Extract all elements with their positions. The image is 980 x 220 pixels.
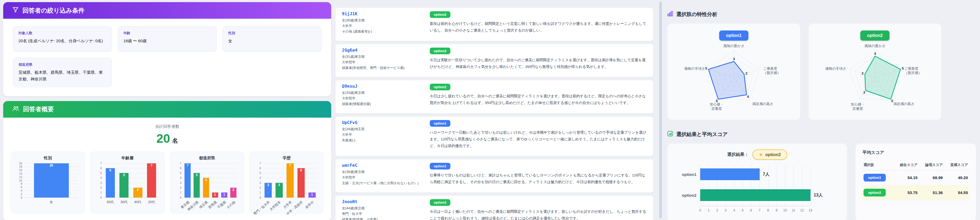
filter-label: 性別 [228,31,316,36]
option1-pill: option1 [719,30,749,41]
prefecture-chart: 都道府県 01234567754112東京都神奈川県埼玉県群馬県千葉県その他 [170,152,244,214]
y-axis-tick: 1 [100,191,102,194]
radar-row: option1 32455風味の豊かさご褒美度（贅沢感）満足感の高さ安心感・定番… [667,23,977,120]
score-value-cell: 54.15 [894,170,919,185]
bar-value-label: 20 [34,164,69,167]
bar-chart-icon [667,11,673,18]
y-axis-tick: 1 [259,191,261,194]
y-axis-tick: 5 [180,171,181,174]
respondent-info-line: 大学卒 [342,132,422,138]
option-pill: option2 [864,189,886,196]
respondent-id-link[interactable]: 9ijJ1K [342,11,358,16]
chart-title: 性別 [14,155,81,161]
result-chart-card: 選択結果： ★ option2 012345678910111213option… [667,143,847,220]
chart-title: 都道府県 [173,155,241,161]
respondent-info-line: 就業者(学術研究、専門・技術サービス業) [342,65,422,71]
filter-grid: 対象人数 20名 (生成ペルソナ: 20名、分身ペルソナ: 0名) 年齢 18歳… [3,19,331,96]
y-axis-tick: 6 [259,166,261,170]
score-table-title: 平均スコア [862,150,969,155]
filter-box-prefecture: 都道府県 茨城県、栃木県、群馬県、埼玉県、千葉県、東京都、神奈川県 [13,58,112,87]
bar-value-label: 5 [119,173,129,177]
result-bar-value: 13人 [814,193,823,198]
y-axis-tick: 18 [19,165,22,168]
dashboard: 回答者の絞り込み条件 対象人数 20名 (生成ペルソナ: 20名、分身ペルソナ:… [0,0,980,220]
result-section-title: 選択結果と平均スコア [676,131,728,138]
respondent-comment: 今日は少し疲れているので、自分へのご褒美に期間限定ティラミスを選びます。普段は節… [430,93,647,106]
respondent-card[interactable]: UpCFvG女(34歳)埼玉県大学卒失業者(-)option1ハローワークで一日… [335,116,653,157]
respondent-info-line: 大学院卒 [342,60,422,65]
funnel-icon [12,6,19,14]
x-axis-tick: 11 [792,209,795,212]
respondent-comment: 今日は実験が一区切りついて少し疲れたので、自分へのご褒美に期間限定ティラミスを選… [430,57,647,70]
choice-badge: option2 [430,84,450,90]
bar: 5 [119,173,129,197]
respondent-meta: JnooNt女(44歳)東京都専門・短大卒就業者(卸売業、小売業) [342,199,422,220]
y-axis-tick: 2 [259,186,261,189]
bar: 7 [185,163,191,198]
y-axis-tick: 7 [100,162,102,165]
score-value-cell: 68.99 [919,170,944,185]
score-table-row: option154.1568.9949.20 [862,170,969,185]
x-axis-tick: 10 [783,209,787,212]
y-axis-tick: 16 [19,168,22,172]
respondent-id-link[interactable]: UpCFvG [342,120,358,125]
x-axis-tick: 7 [759,209,761,212]
score-value-cell: 54.55 [944,185,969,200]
filter-label: 年齢 [123,31,211,36]
scrollbar[interactable] [659,2,662,218]
respondent-card[interactable]: umrFeC女(38歳)東京都大学院卒主婦・主夫(サービス業（他に分類されないも… [335,159,653,193]
star-icon: ★ [759,152,763,157]
respondent-info-line: 女(31歳)東京都 [342,54,422,60]
radar-value-label: 3 [733,57,735,61]
option2-pill: option2 [860,30,890,41]
respondent-info: 女(38歳)東京都大学院卒主婦・主夫(サービス業（他に分類されないもの）) [342,169,422,186]
respondent-id-link[interactable]: JnooNt [342,199,358,204]
left-column: 回答者の絞り込み条件 対象人数 20名 (生成ペルソナ: 20名、分身ペルソナ:… [3,2,331,220]
bar-value-label: 6 [106,168,115,172]
col-header-option: 選択肢 [862,160,894,170]
respondent-card[interactable]: Q9exuJ女(33歳)東京都大学院卒就業者(情報通信業)option2今日は少… [335,80,653,114]
respondent-info: 女(34歳)埼玉県大学卒失業者(-) [342,127,422,143]
respondent-id-link[interactable]: 2Gg6a4 [342,47,358,53]
radar-axis-label: 安心感・定番度 [710,102,724,111]
respondent-comment: 今日は一日よく働いたので、自分へのご褒美に期間限定ティラミスを選びます。新しいも… [430,208,647,220]
option-pill: option1 [864,174,886,182]
score-value-cell: 49.20 [944,170,969,185]
respondent-info: 女(30歳)東京都大学卒その他 (退職者等)(-) [342,17,422,35]
respondent-answer: option1仕事帰りで甘いものは欲しいけど、家計はちゃんと管理しているしローソ… [430,163,647,189]
respondent-answer: option2普段は節約を心がけているけど、期間限定という言葉に弱くて新しい味を… [430,11,647,37]
bar-value-label: 3 [264,183,272,187]
choice-badge: option2 [430,47,450,54]
radar-card-option2: option2 45532風味の豊かさご褒美度（贅沢感）満足感の高さ安心感・定番… [808,23,942,120]
y-axis-tick: 1 [180,191,181,194]
bar-value-label: 7 [185,164,191,167]
y-axis-tick: 4 [100,176,102,179]
radar-value-label: 5 [705,66,707,70]
x-axis-label: 女 [49,200,53,204]
bar-value-label: 4 [203,178,209,182]
respondent-id-link[interactable]: umrFeC [342,163,358,168]
x-axis-tick: 13 [809,209,812,212]
respondent-answer: option1ハローワークで一日動いたあとで甘いものは欲しいけれど、今は求職中で… [430,120,647,153]
total-respondents-unit: 名 [172,138,178,144]
score-table-card: 平均スコア 選択肢 総合スコア 論理スコア 直感スコア option154.15… [855,143,976,220]
right-column: 選択肢の特性分析 option1 32455風味の豊かさご褒美度（贅沢感）満足感… [667,0,977,220]
radar-axis-label: ご褒美度（贅沢感） [904,66,922,75]
respondent-id-link[interactable]: Q9exuJ [342,84,358,89]
radar-axis-label: 満足感の高さ [893,102,915,106]
respondent-list[interactable]: 9ijJ1K女(30歳)東京都大学卒その他 (退職者等)(-)option2普段… [335,0,653,220]
people-icon [12,105,19,113]
respondent-card[interactable]: JnooNt女(44歳)東京都専門・短大卒就業者(卸売業、小売業)option2… [335,195,653,220]
respondent-card[interactable]: 9ijJ1K女(30歳)東京都大学卒その他 (退職者等)(-)option2普段… [335,8,653,41]
filter-panel-header: 回答者の絞り込み条件 [3,2,331,19]
y-axis-tick: 14 [19,172,22,175]
x-axis-label: 埼玉県 [198,200,209,210]
respondent-card[interactable]: 2Gg6a4女(31歳)東京都大学院卒就業者(学術研究、専門・技術サービス業)o… [335,44,653,78]
respondent-comment: 仕事帰りで甘いものは欲しいけど、家計はちゃんと管理しているしローソンのポイントも… [430,172,647,185]
x-axis-label: 20代 [148,200,155,204]
bar-value-label: 2 [134,188,142,192]
result-bar [700,189,810,201]
x-axis-tick: 6 [750,209,752,212]
filter-value: 女 [228,38,316,44]
demographic-charts-row: 性別 0246810121416182020女 年齢層 012345676527… [3,146,331,220]
